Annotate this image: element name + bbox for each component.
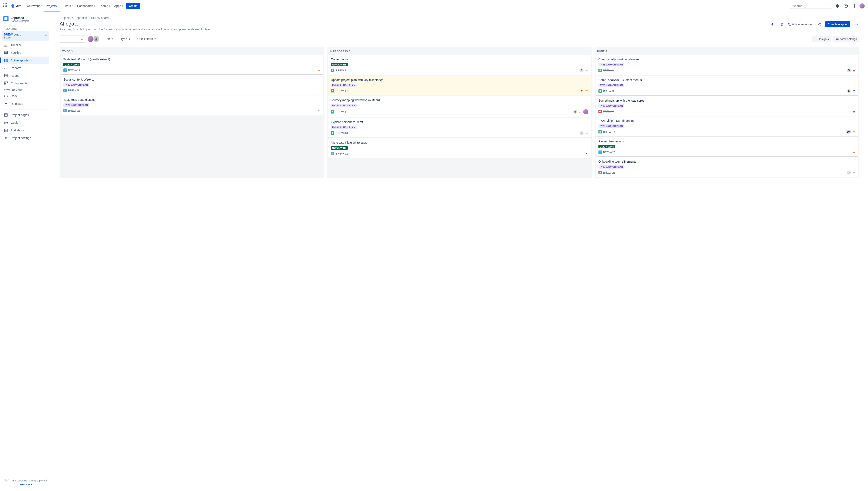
- svg-point-29: [855, 24, 855, 24]
- sidebar-item-code[interactable]: Code: [2, 92, 49, 100]
- svg-rect-13: [7, 59, 7, 62]
- sidebar-item-label: Timeline: [11, 44, 22, 47]
- nav-dashboards[interactable]: Dashboards▾: [75, 0, 97, 11]
- issue-card[interactable]: Explore personas: GeoffFY23 LAUNCH PLANB…: [328, 118, 591, 138]
- sidebar-item-goals[interactable]: Goals: [2, 119, 49, 126]
- complete-sprint-button[interactable]: Complete sprint: [825, 21, 850, 27]
- issue-card[interactable]: Review banner adsQUICK WINSBREW-20: [596, 137, 858, 156]
- code-icon: [4, 94, 8, 98]
- breadcrumb-item[interactable]: BREW board: [91, 16, 109, 20]
- issue-card[interactable]: Taste test: Latte glassesFY23 LAUNCH PLA…: [61, 95, 323, 115]
- issue-key: BREW-11: [335, 110, 348, 114]
- issue-card[interactable]: Taste test: Flate white cupsQUICK WINSBR…: [328, 138, 591, 158]
- section-development-label: DEVELOPMENT: [2, 87, 49, 92]
- issue-card[interactable]: FY23 Vision: StoryboardingFY23 LAUNCH PL…: [596, 116, 858, 136]
- priority-medium-icon: [585, 132, 588, 135]
- svg-point-24: [5, 138, 7, 139]
- nav-projects[interactable]: Projects▾: [44, 0, 60, 11]
- breadcrumb-item[interactable]: Projects: [60, 16, 71, 20]
- epic-filter[interactable]: Epic▼: [103, 36, 115, 42]
- issue-card[interactable]: Journey mapping workshop w/ BeanzFY23 LA…: [328, 96, 591, 117]
- settings-icon[interactable]: [851, 3, 858, 9]
- nav-apps[interactable]: Apps▾: [112, 0, 125, 11]
- board-search-input[interactable]: [62, 37, 80, 40]
- sidebar-item-releases[interactable]: Releases: [2, 100, 49, 108]
- sidebar-item-label: Project pages: [11, 113, 29, 117]
- card-title: FY23 Vision: Storyboarding: [598, 119, 856, 122]
- epic-label: FY23 LAUNCH PLAN: [331, 104, 357, 107]
- svg-rect-50: [853, 173, 855, 173]
- svg-rect-16: [6, 82, 8, 83]
- breadcrumb-item[interactable]: Espresso: [75, 16, 87, 20]
- sidebar-item-label: Active sprints: [11, 59, 28, 62]
- star-icon[interactable]: [779, 21, 785, 28]
- chevron-down-icon: ▾: [109, 5, 110, 7]
- chart-icon: [814, 37, 818, 40]
- search-input[interactable]: [793, 4, 830, 8]
- issue-key: BREW-20: [603, 151, 616, 154]
- profile-avatar[interactable]: [860, 3, 865, 8]
- insights-button[interactable]: Insights: [812, 36, 832, 42]
- unassigned-avatar[interactable]: [93, 35, 100, 42]
- more-actions-icon[interactable]: [853, 21, 860, 28]
- share-icon[interactable]: [816, 21, 823, 28]
- issue-key: BREW-4: [603, 110, 614, 113]
- jira-logo[interactable]: Jira: [10, 3, 22, 8]
- project-header[interactable]: Espresso Software project: [2, 15, 49, 26]
- svg-point-4: [854, 5, 855, 6]
- issue-card[interactable]: Update project plan with key milestonesF…: [328, 76, 591, 95]
- assignee-filter[interactable]: [88, 35, 100, 42]
- card-title: Update project plan with key milestones: [331, 78, 588, 82]
- quick-filters[interactable]: Quick filters▼: [136, 36, 158, 42]
- board-column: TO DO3Taste test: Round 1 (vanilla extra…: [60, 47, 324, 178]
- help-icon[interactable]: ?: [842, 3, 849, 9]
- column-count: 3: [71, 50, 73, 53]
- sidebar-item-project-settings[interactable]: Project settings: [2, 134, 49, 142]
- create-button[interactable]: Create: [126, 3, 140, 9]
- svg-point-34: [96, 38, 97, 39]
- app-switcher-icon[interactable]: [3, 3, 8, 8]
- learn-more-link[interactable]: Learn more: [3, 483, 48, 486]
- issue-card[interactable]: Comp. analysis—Food deliveryFY23 LAUNCH …: [596, 55, 858, 75]
- divider: [2, 109, 49, 110]
- issue-card[interactable]: Comp. analysis—Custom menusFY23 LAUNCH P…: [596, 76, 858, 95]
- sidebar-item-components[interactable]: Components: [2, 80, 49, 87]
- nav-teams[interactable]: Teams▾: [98, 0, 112, 11]
- automation-icon[interactable]: [769, 21, 776, 28]
- priority-highest-icon: [852, 69, 856, 72]
- view-settings-button[interactable]: View settings: [833, 36, 860, 42]
- issue-key: BREW-17: [335, 89, 348, 92]
- notifications-icon[interactable]: [834, 3, 841, 9]
- column-count: 6: [605, 50, 607, 53]
- board-selector[interactable]: BREW board Board ▼: [2, 31, 49, 41]
- global-search[interactable]: [790, 3, 832, 9]
- priority-low-icon: [317, 89, 321, 92]
- sidebar-item-label: Components: [11, 82, 27, 85]
- issue-card[interactable]: Something's up with the load screenFY23 …: [596, 96, 858, 116]
- board-search[interactable]: [60, 35, 85, 43]
- sidebar-footer: You're in a company-managed project Lear…: [2, 478, 49, 488]
- epic-label: FY23 LAUNCH PLAN: [598, 63, 624, 66]
- nav-your-work[interactable]: Your work▾: [25, 0, 44, 11]
- issue-card[interactable]: Social content: Week 1FY23 LAUNCH PLANBR…: [61, 75, 323, 94]
- filter-bar: Epic▼ Type▼ Quick filters▼ Insights View…: [60, 35, 860, 43]
- sidebar-item-issues[interactable]: Issues: [2, 72, 49, 80]
- nav-filters[interactable]: Filters▾: [61, 0, 75, 11]
- kanban-board: TO DO3Taste test: Round 1 (vanilla extra…: [60, 47, 860, 178]
- issue-key: BREW-2: [603, 69, 614, 72]
- sidebar-item-timeline[interactable]: Timeline: [2, 41, 49, 49]
- sidebar-item-active-sprints[interactable]: Active sprints: [2, 57, 49, 64]
- issue-card[interactable]: Onboarding tour refinementsFY23 LAUNCH P…: [596, 157, 858, 177]
- epic-label: FY23 LAUNCH PLAN: [598, 124, 624, 128]
- type-filter[interactable]: Type▼: [119, 36, 132, 42]
- task-icon: [63, 68, 67, 72]
- issue-key: BREW-21: [603, 171, 616, 174]
- timeline-icon: [4, 43, 8, 47]
- sidebar-item-backlog[interactable]: Backlog: [2, 49, 49, 57]
- sidebar-item-add-shortcut[interactable]: Add shortcut: [2, 126, 49, 134]
- sidebar-item-reports[interactable]: Reports: [2, 64, 49, 72]
- sidebar-item-label: Issues: [11, 74, 19, 77]
- sidebar-item-project-pages[interactable]: Project pages: [2, 111, 49, 119]
- issue-card[interactable]: Taste test: Round 1 (vanilla extract)QUI…: [61, 55, 323, 75]
- issue-card[interactable]: Content auditQUICK WINSBREW-14: [328, 55, 591, 75]
